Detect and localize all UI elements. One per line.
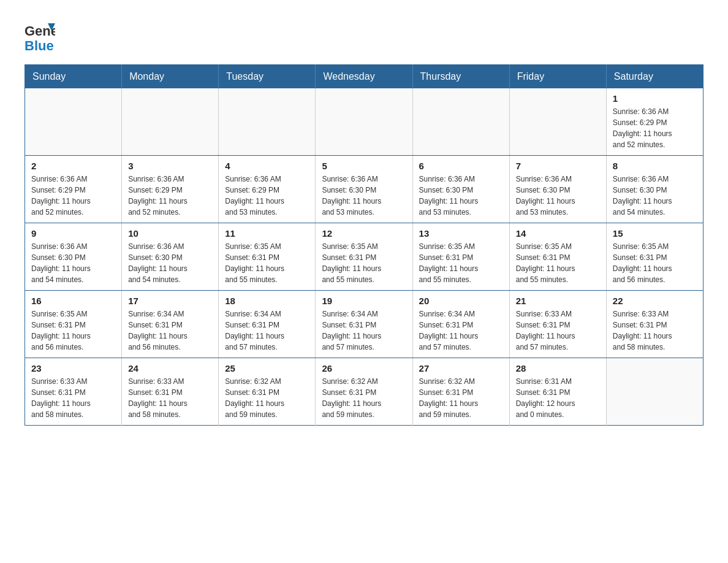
calendar-day [412, 88, 509, 156]
calendar-day: 19Sunrise: 6:34 AMSunset: 6:31 PMDayligh… [316, 291, 412, 358]
day-info: Sunrise: 6:36 AMSunset: 6:30 PMDaylight:… [613, 174, 697, 218]
day-number: 15 [613, 228, 697, 239]
calendar-day: 6Sunrise: 6:36 AMSunset: 6:30 PMDaylight… [412, 156, 509, 223]
calendar-week-2: 2Sunrise: 6:36 AMSunset: 6:29 PMDaylight… [25, 156, 703, 223]
day-info: Sunrise: 6:34 AMSunset: 6:31 PMDaylight:… [419, 308, 503, 353]
calendar-day: 22Sunrise: 6:33 AMSunset: 6:31 PMDayligh… [606, 291, 703, 358]
day-info: Sunrise: 6:32 AMSunset: 6:31 PMDaylight:… [225, 376, 309, 420]
day-number: 14 [516, 228, 600, 239]
day-info: Sunrise: 6:33 AMSunset: 6:31 PMDaylight:… [31, 376, 115, 420]
calendar-header-sunday: Sunday [25, 65, 122, 89]
day-number: 25 [225, 363, 309, 373]
calendar-day: 25Sunrise: 6:32 AMSunset: 6:31 PMDayligh… [219, 358, 316, 426]
day-info: Sunrise: 6:34 AMSunset: 6:31 PMDaylight:… [128, 308, 212, 353]
calendar-header-saturday: Saturday [606, 65, 703, 89]
day-info: Sunrise: 6:36 AMSunset: 6:29 PMDaylight:… [225, 174, 309, 218]
day-number: 19 [322, 296, 406, 306]
day-info: Sunrise: 6:33 AMSunset: 6:31 PMDaylight:… [613, 308, 697, 353]
calendar-day: 27Sunrise: 6:32 AMSunset: 6:31 PMDayligh… [412, 358, 509, 426]
day-info: Sunrise: 6:36 AMSunset: 6:30 PMDaylight:… [128, 241, 212, 285]
day-number: 8 [613, 161, 697, 171]
day-number: 10 [128, 228, 212, 239]
calendar-day [316, 88, 412, 156]
day-number: 28 [516, 363, 600, 373]
day-info: Sunrise: 6:33 AMSunset: 6:31 PMDaylight:… [516, 308, 600, 353]
day-info: Sunrise: 6:35 AMSunset: 6:31 PMDaylight:… [322, 241, 406, 285]
day-number: 11 [225, 228, 309, 239]
calendar-day [25, 88, 122, 156]
calendar-day [219, 88, 316, 156]
calendar-header-tuesday: Tuesday [219, 65, 316, 89]
calendar-table: SundayMondayTuesdayWednesdayThursdayFrid… [25, 64, 703, 426]
day-info: Sunrise: 6:31 AMSunset: 6:31 PMDaylight:… [516, 376, 600, 420]
day-number: 22 [613, 296, 697, 306]
calendar-day: 28Sunrise: 6:31 AMSunset: 6:31 PMDayligh… [509, 358, 606, 426]
calendar-day: 15Sunrise: 6:35 AMSunset: 6:31 PMDayligh… [606, 223, 703, 291]
day-number: 7 [516, 161, 600, 171]
day-number: 1 [613, 93, 697, 104]
day-number: 20 [419, 296, 503, 306]
svg-text:Blue: Blue [25, 38, 54, 52]
calendar-day: 20Sunrise: 6:34 AMSunset: 6:31 PMDayligh… [412, 291, 509, 358]
day-number: 21 [516, 296, 600, 306]
calendar-day: 7Sunrise: 6:36 AMSunset: 6:30 PMDaylight… [509, 156, 606, 223]
day-info: Sunrise: 6:34 AMSunset: 6:31 PMDaylight:… [322, 308, 406, 353]
day-number: 24 [128, 363, 212, 373]
calendar-header-thursday: Thursday [412, 65, 509, 89]
calendar-day: 8Sunrise: 6:36 AMSunset: 6:30 PMDaylight… [606, 156, 703, 223]
day-info: Sunrise: 6:32 AMSunset: 6:31 PMDaylight:… [322, 376, 406, 420]
calendar-day: 26Sunrise: 6:32 AMSunset: 6:31 PMDayligh… [316, 358, 412, 426]
day-info: Sunrise: 6:35 AMSunset: 6:31 PMDaylight:… [225, 241, 309, 285]
day-number: 13 [419, 228, 503, 239]
calendar-day: 9Sunrise: 6:36 AMSunset: 6:30 PMDaylight… [25, 223, 122, 291]
day-info: Sunrise: 6:36 AMSunset: 6:30 PMDaylight:… [516, 174, 600, 218]
day-number: 27 [419, 363, 503, 373]
calendar-day: 2Sunrise: 6:36 AMSunset: 6:29 PMDaylight… [25, 156, 122, 223]
calendar-day: 12Sunrise: 6:35 AMSunset: 6:31 PMDayligh… [316, 223, 412, 291]
calendar-day: 10Sunrise: 6:36 AMSunset: 6:30 PMDayligh… [122, 223, 219, 291]
day-info: Sunrise: 6:35 AMSunset: 6:31 PMDaylight:… [31, 308, 115, 353]
calendar-header-row: SundayMondayTuesdayWednesdayThursdayFrid… [25, 65, 703, 89]
calendar-day: 14Sunrise: 6:35 AMSunset: 6:31 PMDayligh… [509, 223, 606, 291]
day-number: 5 [322, 161, 406, 171]
calendar-week-5: 23Sunrise: 6:33 AMSunset: 6:31 PMDayligh… [25, 358, 703, 426]
calendar-header-wednesday: Wednesday [316, 65, 412, 89]
day-info: Sunrise: 6:34 AMSunset: 6:31 PMDaylight:… [225, 308, 309, 353]
day-number: 6 [419, 161, 503, 171]
day-info: Sunrise: 6:36 AMSunset: 6:29 PMDaylight:… [31, 174, 115, 218]
calendar-day: 1Sunrise: 6:36 AMSunset: 6:29 PMDaylight… [606, 88, 703, 156]
calendar-day: 16Sunrise: 6:35 AMSunset: 6:31 PMDayligh… [25, 291, 122, 358]
day-info: Sunrise: 6:35 AMSunset: 6:31 PMDaylight:… [613, 241, 697, 285]
page-header: General Blue [25, 18, 703, 52]
day-info: Sunrise: 6:36 AMSunset: 6:30 PMDaylight:… [419, 174, 503, 218]
day-info: Sunrise: 6:35 AMSunset: 6:31 PMDaylight:… [516, 241, 600, 285]
day-info: Sunrise: 6:36 AMSunset: 6:29 PMDaylight:… [128, 174, 212, 218]
day-number: 23 [31, 363, 115, 373]
day-number: 16 [31, 296, 115, 306]
calendar-week-4: 16Sunrise: 6:35 AMSunset: 6:31 PMDayligh… [25, 291, 703, 358]
calendar-day: 18Sunrise: 6:34 AMSunset: 6:31 PMDayligh… [219, 291, 316, 358]
day-info: Sunrise: 6:32 AMSunset: 6:31 PMDaylight:… [419, 376, 503, 420]
day-info: Sunrise: 6:36 AMSunset: 6:29 PMDaylight:… [613, 106, 697, 150]
day-number: 2 [31, 161, 115, 171]
day-number: 9 [31, 228, 115, 239]
calendar-header-friday: Friday [509, 65, 606, 89]
calendar-day: 11Sunrise: 6:35 AMSunset: 6:31 PMDayligh… [219, 223, 316, 291]
day-info: Sunrise: 6:33 AMSunset: 6:31 PMDaylight:… [128, 376, 212, 420]
calendar-day: 4Sunrise: 6:36 AMSunset: 6:29 PMDaylight… [219, 156, 316, 223]
calendar-week-1: 1Sunrise: 6:36 AMSunset: 6:29 PMDaylight… [25, 88, 703, 156]
calendar-day: 13Sunrise: 6:35 AMSunset: 6:31 PMDayligh… [412, 223, 509, 291]
day-number: 12 [322, 228, 406, 239]
day-info: Sunrise: 6:36 AMSunset: 6:30 PMDaylight:… [322, 174, 406, 218]
day-number: 17 [128, 296, 212, 306]
calendar-day [606, 358, 703, 426]
day-info: Sunrise: 6:35 AMSunset: 6:31 PMDaylight:… [419, 241, 503, 285]
calendar-week-3: 9Sunrise: 6:36 AMSunset: 6:30 PMDaylight… [25, 223, 703, 291]
day-info: Sunrise: 6:36 AMSunset: 6:30 PMDaylight:… [31, 241, 115, 285]
day-number: 18 [225, 296, 309, 306]
calendar-day: 5Sunrise: 6:36 AMSunset: 6:30 PMDaylight… [316, 156, 412, 223]
day-number: 26 [322, 363, 406, 373]
calendar-day: 23Sunrise: 6:33 AMSunset: 6:31 PMDayligh… [25, 358, 122, 426]
calendar-day: 17Sunrise: 6:34 AMSunset: 6:31 PMDayligh… [122, 291, 219, 358]
day-number: 4 [225, 161, 309, 171]
